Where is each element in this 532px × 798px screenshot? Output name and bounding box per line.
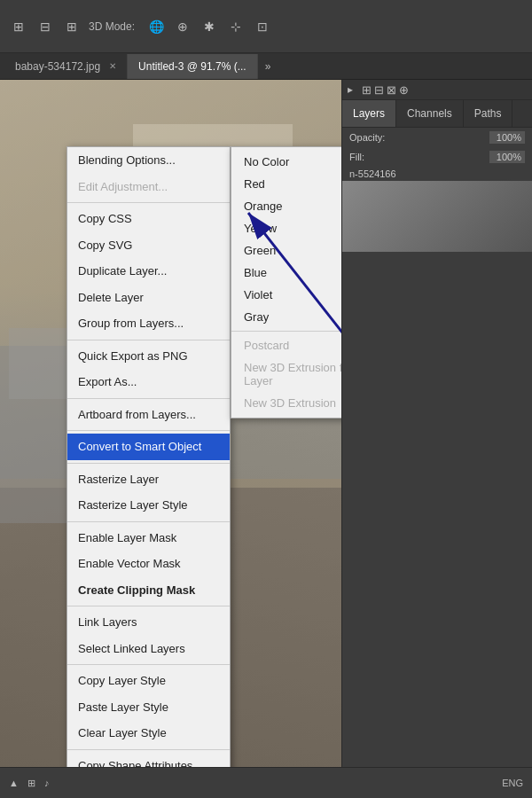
panel-icon-3[interactable]: ⊠ — [387, 83, 396, 97]
main-area: Blending Options... Edit Adjustment... C… — [0, 80, 532, 767]
tab-2[interactable]: Untitled-3 @ 91.7% (... — [128, 54, 258, 79]
submenu-panel: No Color Red Orange Yellow Green Blue Vi… — [231, 146, 341, 419]
menu-copy-layer-style[interactable]: Copy Layer Style — [67, 668, 230, 694]
canvas-area[interactable]: Blending Options... Edit Adjustment... C… — [0, 80, 341, 767]
tab-1[interactable]: babay-534172.jpg ✕ — [4, 54, 128, 79]
layer-preview — [342, 181, 532, 252]
context-menu: Blending Options... Edit Adjustment... C… — [66, 146, 231, 767]
panel-tab-layers[interactable]: Layers — [342, 100, 396, 127]
submenu-red[interactable]: Red — [231, 173, 341, 195]
fill-value[interactable]: 100% — [489, 151, 525, 163]
menu-enable-vector-mask[interactable]: Enable Vector Mask — [67, 551, 230, 577]
menu-export-as[interactable]: Export As... — [67, 369, 230, 395]
menu-sep-1 — [67, 202, 230, 203]
menu-artboard[interactable]: Artboard from Layers... — [67, 402, 230, 428]
panel-tab-paths[interactable]: Paths — [464, 100, 513, 127]
mode-label: 3D Mode: — [89, 20, 135, 33]
status-bar: ▲ ⊞ ♪ ENG — [0, 767, 532, 798]
status-lang: ENG — [502, 778, 523, 788]
status-right: ENG — [502, 778, 523, 788]
panel-collapse-icon[interactable]: ▸ — [342, 80, 358, 99]
menu-sep-3 — [67, 398, 230, 399]
menu-enable-layer-mask[interactable]: Enable Layer Mask — [67, 525, 230, 552]
menu-sep-7 — [67, 606, 230, 606]
menu-copy-css[interactable]: Copy CSS — [67, 206, 230, 232]
menu-delete-layer[interactable]: Delete Layer — [67, 285, 230, 311]
panel-icon-1[interactable]: ⊞ — [362, 83, 372, 97]
toolbar-mode-icon-5[interactable]: ⊡ — [253, 17, 272, 36]
status-icon-3: ♪ — [44, 778, 50, 788]
menu-sep-6 — [67, 521, 230, 522]
panel-tabs: Layers Channels Paths — [342, 100, 532, 128]
menu-select-linked[interactable]: Select Linked Layers — [67, 636, 230, 662]
menu-sep-4 — [67, 430, 230, 431]
menu-rasterize-style[interactable]: Rasterize Layer Style — [67, 492, 230, 519]
panel-icon-4[interactable]: ⊕ — [399, 83, 409, 97]
submenu-gray[interactable]: Gray — [231, 306, 341, 328]
toolbar-mode-icon-1[interactable]: 🌐 — [146, 17, 166, 36]
submenu-no-color[interactable]: No Color — [231, 151, 341, 173]
menu-group-from-layers[interactable]: Group from Layers... — [67, 310, 230, 337]
menu-sep-9 — [67, 749, 230, 750]
menu-blending-options[interactable]: Blending Options... — [67, 147, 230, 174]
menu-clear-layer-style[interactable]: Clear Layer Style — [67, 720, 230, 747]
fill-label: Fill: — [349, 152, 484, 162]
submenu-3d-extrusion-selected: New 3D Extrusion from Selected Layer — [231, 356, 341, 392]
tab-bar: babay-534172.jpg ✕ Untitled-3 @ 91.7% (.… — [0, 53, 532, 80]
submenu-postcard: Postcard — [231, 334, 341, 356]
tab-2-label: Untitled-3 @ 91.7% (... — [138, 60, 246, 73]
submenu-green[interactable]: Green — [231, 239, 341, 262]
right-panel: ▸ ⊞ ⊟ ⊠ ⊕ Layers Channels Paths Opacity:… — [341, 80, 532, 767]
menu-sep-8 — [67, 664, 230, 665]
panel-icon-2[interactable]: ⊟ — [374, 83, 384, 97]
panel-icons-row: ⊞ ⊟ ⊠ ⊕ — [358, 82, 412, 98]
status-icon-1: ▲ — [9, 778, 19, 788]
toolbar-icon-2[interactable]: ⊟ — [35, 17, 55, 36]
menu-create-clipping[interactable]: Create Clipping Mask — [67, 577, 230, 604]
menu-copy-shape[interactable]: Copy Shape Attributes — [67, 753, 230, 768]
menu-convert-smart[interactable]: Convert to Smart Object — [67, 434, 230, 460]
panel-tab-row: ▸ ⊞ ⊟ ⊠ ⊕ — [342, 80, 532, 100]
menu-link-layers[interactable]: Link Layers — [67, 609, 230, 636]
menu-copy-svg[interactable]: Copy SVG — [67, 232, 230, 259]
toolbar-mode-icon-4[interactable]: ⊹ — [226, 17, 246, 36]
menu-quick-export[interactable]: Quick Export as PNG — [67, 343, 230, 370]
submenu-yellow[interactable]: Yellow — [231, 217, 341, 239]
toolbar-icon-1[interactable]: ⊞ — [9, 17, 28, 36]
menu-rasterize-layer[interactable]: Rasterize Layer — [67, 466, 230, 493]
submenu-sep-1 — [231, 331, 341, 332]
menu-sep-2 — [67, 340, 230, 340]
menu-paste-layer-style[interactable]: Paste Layer Style — [67, 694, 230, 721]
toolbar-mode-icon-2[interactable]: ⊕ — [173, 17, 192, 36]
submenu-3d-extrusion: New 3D Extrusion — [231, 392, 341, 414]
submenu-blue[interactable]: Blue — [231, 262, 341, 284]
tab-1-label: babay-534172.jpg — [15, 60, 100, 73]
menu-edit-adjustment: Edit Adjustment... — [67, 174, 230, 200]
opacity-label: Opacity: — [349, 132, 484, 143]
top-toolbar: ⊞ ⊟ ⊞ 3D Mode: 🌐 ⊕ ✱ ⊹ ⊡ — [0, 0, 532, 53]
submenu-violet[interactable]: Violet — [231, 284, 341, 306]
layer-id: n-5524166 — [342, 167, 532, 181]
status-icon-2: ⊞ — [27, 778, 35, 789]
opacity-row: Opacity: 100% — [342, 128, 532, 147]
menu-sep-5 — [67, 463, 230, 464]
opacity-value[interactable]: 100% — [489, 131, 525, 144]
toolbar-icons: ⊞ ⊟ ⊞ 3D Mode: 🌐 ⊕ ✱ ⊹ ⊡ — [9, 17, 272, 36]
toolbar-mode-icon-3[interactable]: ✱ — [200, 17, 219, 36]
tab-1-close[interactable]: ✕ — [109, 61, 116, 71]
submenu-orange[interactable]: Orange — [231, 195, 341, 217]
menu-duplicate-layer[interactable]: Duplicate Layer... — [67, 258, 230, 285]
panel-tab-channels[interactable]: Channels — [396, 100, 464, 127]
tab-overflow[interactable]: » — [258, 60, 278, 73]
toolbar-icon-3[interactable]: ⊞ — [62, 17, 82, 36]
fill-row: Fill: 100% — [342, 147, 532, 167]
